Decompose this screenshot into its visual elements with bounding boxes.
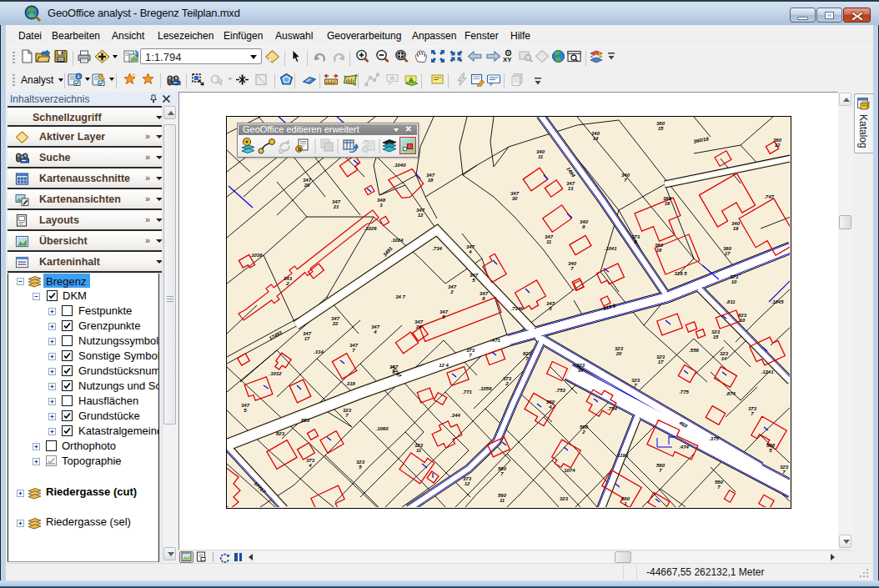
svg-text:.1196: .1196 — [616, 453, 629, 458]
svg-text:.1074: .1074 — [562, 468, 575, 473]
svg-text:319 5: 319 5 — [674, 271, 687, 276]
svg-text:.734b: .734b — [510, 306, 524, 311]
svg-text:34 7: 34 7 — [395, 294, 405, 299]
svg-text:.1040: .1040 — [393, 163, 406, 168]
svg-text:12 4: 12 4 — [439, 363, 449, 368]
svg-text:.1241: .1241 — [761, 369, 774, 374]
svg-text:.747: .747 — [764, 194, 774, 199]
svg-text:.754: .754 — [607, 406, 617, 411]
svg-text:XY: XY — [503, 56, 512, 63]
svg-text:.1024: .1024 — [390, 238, 404, 243]
svg-text:.471: .471 — [490, 338, 500, 343]
svg-text:.1032: .1032 — [269, 371, 282, 376]
svg-text:.874: .874 — [726, 391, 736, 396]
svg-text:.753: .753 — [555, 388, 565, 393]
svg-text:A: A — [390, 74, 395, 82]
svg-text:b: b — [298, 146, 301, 152]
svg-text:.771: .771 — [462, 389, 472, 395]
svg-text:.1056: .1056 — [479, 386, 492, 391]
svg-text:.734: .734 — [432, 246, 442, 251]
svg-text:.474: .474 — [679, 445, 689, 450]
svg-text:.1041: .1041 — [604, 246, 617, 251]
svg-text:.556: .556 — [689, 348, 699, 353]
svg-text:.344: .344 — [450, 413, 460, 418]
svg-text:.318: .318 — [345, 381, 355, 386]
svg-text:853: 853 — [301, 418, 310, 423]
svg-text:.375: .375 — [709, 436, 719, 441]
svg-text:.1060: .1060 — [375, 426, 389, 431]
svg-text:.1036: .1036 — [249, 253, 263, 258]
svg-text:.1026: .1026 — [364, 226, 377, 231]
svg-text:.1045: .1045 — [771, 299, 784, 304]
svg-text:823: 823 — [276, 431, 285, 436]
svg-text:.775: .775 — [679, 389, 689, 395]
svg-text:.314: .314 — [314, 349, 324, 354]
svg-text:.811: .811 — [726, 299, 736, 304]
svg-text:323: 323 — [560, 496, 569, 501]
